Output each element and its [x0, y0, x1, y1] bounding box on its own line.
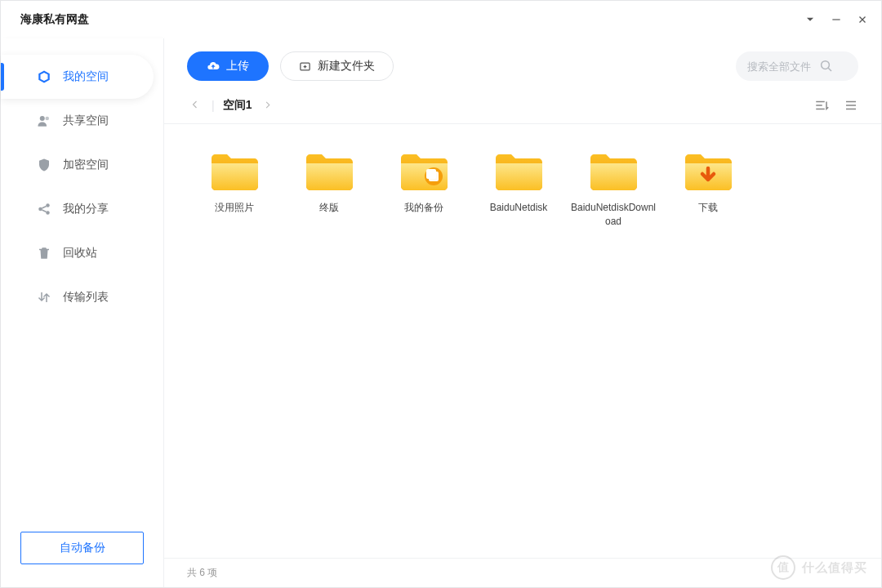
sidebar-item-my-space[interactable]: 我的空间 [1, 55, 154, 99]
folder-icon [587, 149, 639, 193]
svg-point-5 [46, 211, 50, 215]
breadcrumb-current[interactable]: 空间1 [223, 98, 252, 113]
upload-label: 上传 [226, 59, 249, 74]
breadcrumb-separator: | [212, 99, 215, 112]
folder-icon [682, 149, 734, 193]
statusbar: 共 6 项 [164, 558, 881, 587]
folder-label: 我的备份 [404, 201, 443, 215]
toolbar: 上传 新建文件夹 [164, 38, 881, 91]
breadcrumb: | 空间1 [164, 91, 881, 124]
sidebar-item-label: 我的分享 [63, 202, 109, 216]
sidebar-item-recycle-bin[interactable]: 回收站 [1, 231, 154, 275]
share-icon [37, 202, 51, 216]
folder-icon [398, 149, 450, 193]
folder-label: 没用照片 [215, 201, 254, 215]
trash-icon [37, 246, 51, 261]
svg-point-3 [38, 207, 42, 212]
cloud-upload-icon [207, 60, 220, 73]
new-folder-label: 新建文件夹 [318, 59, 375, 74]
dropdown-icon[interactable] [804, 14, 816, 25]
upload-button[interactable]: 上传 [187, 51, 269, 81]
sidebar-item-label: 传输列表 [63, 290, 109, 305]
sidebar: 我的空间 共享空间 加密空间 我的分享 回收站 [1, 38, 164, 587]
auto-backup-button[interactable]: 自动备份 [20, 532, 144, 564]
main-panel: 上传 新建文件夹 | 空间1 [164, 38, 881, 587]
folder-icon [492, 149, 545, 193]
home-icon [37, 69, 51, 84]
new-folder-button[interactable]: 新建文件夹 [280, 51, 394, 81]
folder-item[interactable]: BaiduNetdisk [471, 140, 566, 237]
close-icon[interactable] [857, 14, 868, 25]
folder-icon [303, 149, 355, 193]
sidebar-item-label: 回收站 [63, 246, 97, 261]
folder-item[interactable]: 没用照片 [187, 140, 282, 237]
svg-point-2 [46, 117, 50, 121]
svg-point-4 [46, 203, 50, 207]
folder-label: BaiduNetdisk [490, 201, 548, 215]
sidebar-item-my-shares[interactable]: 我的分享 [1, 187, 154, 231]
shield-icon [37, 158, 51, 172]
sidebar-item-encrypted-space[interactable]: 加密空间 [1, 143, 154, 187]
sidebar-item-label: 共享空间 [63, 114, 109, 128]
folder-label: BaiduNetdiskDownload [569, 201, 657, 229]
sidebar-item-transfer-list[interactable]: 传输列表 [1, 275, 154, 319]
folder-icon [208, 149, 261, 193]
sidebar-item-shared-space[interactable]: 共享空间 [1, 99, 154, 143]
svg-point-7 [822, 61, 830, 69]
titlebar: 海康私有网盘 [1, 1, 881, 38]
folder-label: 下载 [698, 201, 718, 215]
folder-label: 终版 [319, 201, 339, 215]
folder-item[interactable]: 我的备份 [376, 140, 471, 237]
new-folder-icon [299, 60, 311, 73]
transfer-icon [37, 290, 51, 305]
sidebar-item-label: 加密空间 [63, 158, 109, 172]
folder-item[interactable]: BaiduNetdiskDownload [566, 140, 661, 237]
svg-rect-10 [426, 169, 436, 179]
svg-point-1 [40, 116, 45, 121]
search-box[interactable] [736, 51, 858, 81]
window-controls [804, 14, 868, 25]
search-icon [819, 59, 834, 74]
breadcrumb-expand-icon[interactable] [260, 96, 275, 115]
minimize-icon[interactable] [831, 14, 842, 25]
folder-grid: 没用照片 终版 我的备份 BaiduNetdisk BaiduNetdiskDo… [164, 124, 881, 558]
sort-icon[interactable] [814, 98, 829, 113]
folder-item[interactable]: 下载 [661, 140, 755, 237]
sidebar-nav: 我的空间 共享空间 加密空间 我的分享 回收站 [1, 55, 163, 532]
people-icon [37, 114, 51, 128]
nav-back-button[interactable] [187, 96, 203, 115]
search-input[interactable] [747, 60, 813, 73]
view-list-icon[interactable] [844, 98, 858, 113]
sidebar-item-label: 我的空间 [63, 69, 109, 84]
folder-item[interactable]: 终版 [282, 140, 376, 237]
item-count: 共 6 项 [187, 566, 217, 580]
app-title: 海康私有网盘 [20, 12, 89, 27]
svg-rect-0 [832, 19, 840, 20]
